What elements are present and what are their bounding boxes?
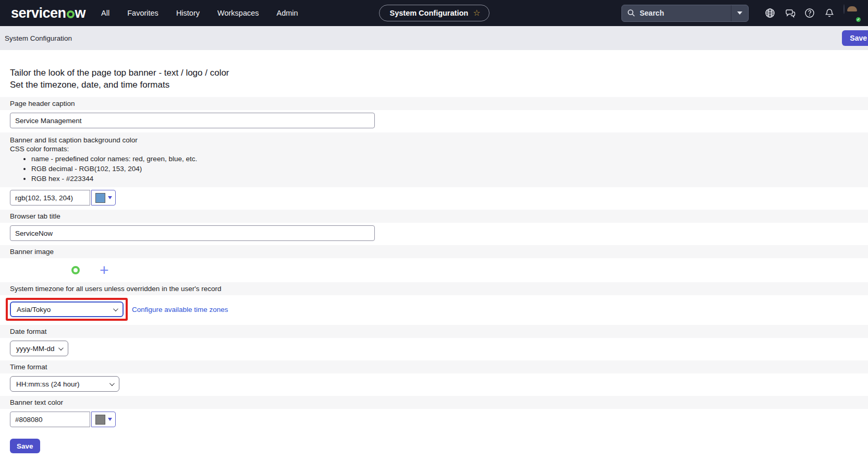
browser-tab-title-row (0, 223, 868, 245)
highlight-red-box: Asia/Tokyo (6, 298, 128, 321)
banner-image-thumbnail-icon[interactable] (71, 266, 80, 274)
banner-text-color-input[interactable] (10, 412, 90, 427)
context-pill[interactable]: System Configuration ☆ (379, 5, 490, 21)
format-item-rgb-decimal: RGB decimal - RGB(102, 153, 204) (31, 164, 868, 173)
page-header-caption-input[interactable] (10, 113, 375, 128)
chevron-down-icon (108, 196, 112, 199)
form-save-button[interactable]: Save (10, 439, 40, 453)
context-pill-label: System Configuration (390, 9, 469, 17)
search-icon (627, 9, 635, 17)
browser-tab-title-input[interactable] (10, 225, 375, 241)
intro-line-2: Set the timezone, date, and time formats (10, 79, 868, 91)
user-avatar[interactable]: ✓ (843, 5, 861, 22)
chevron-down-icon (109, 381, 115, 386)
chat-icon[interactable] (780, 3, 800, 23)
banner-bg-color-label: Banner and list caption background color (10, 136, 868, 144)
banner-image-row: + (0, 258, 868, 282)
nav-item-history[interactable]: History (176, 9, 200, 17)
banner-image-label: Banner image (0, 245, 868, 258)
color-swatch (95, 193, 105, 203)
nav-item-all[interactable]: All (101, 9, 109, 17)
time-format-select[interactable]: HH:mm:ss (24 hour) (10, 376, 119, 392)
avatar-photo (843, 4, 845, 14)
format-item-rgb-hex: RGB hex - #223344 (31, 174, 868, 183)
date-format-label: Date format (0, 325, 868, 338)
css-color-formats-title: CSS color formats: (10, 144, 868, 153)
help-icon[interactable] (800, 3, 820, 23)
notifications-bell-icon[interactable] (820, 3, 839, 23)
timezone-select-value: Asia/Tokyo (17, 306, 51, 313)
color-swatch (95, 415, 105, 425)
banner-bg-color-input[interactable] (10, 190, 90, 206)
format-item-name: name - predefined color names: red, gree… (31, 154, 868, 163)
date-format-row: yyyy-MM-dd (0, 338, 868, 360)
breadcrumb: System Configuration (5, 34, 72, 42)
nav-right-group: Search (621, 3, 861, 23)
servicenow-logo[interactable]: servicen w (11, 5, 85, 21)
time-format-label: Time format (0, 360, 868, 373)
date-format-select[interactable]: yyyy-MM-dd (10, 341, 68, 356)
banner-bg-color-picker[interactable] (91, 190, 116, 206)
date-format-value: yyyy-MM-dd (16, 345, 55, 353)
favorite-star-icon[interactable]: ☆ (473, 9, 480, 17)
top-nav: servicen w All Favorites History Workspa… (0, 0, 868, 26)
search-scope-dropdown[interactable] (731, 5, 748, 21)
configure-timezones-link[interactable]: Configure available time zones (132, 306, 228, 313)
intro-line-1: Tailor the look of the page top banner -… (10, 67, 868, 79)
main-content: Tailor the look of the page top banner -… (0, 50, 868, 453)
timezone-select[interactable]: Asia/Tokyo (10, 301, 124, 317)
globe-icon[interactable] (760, 3, 780, 23)
chevron-down-icon (737, 11, 742, 15)
banner-text-color-row (0, 409, 868, 431)
banner-text-color-picker[interactable] (91, 412, 116, 427)
global-search[interactable]: Search (621, 5, 749, 22)
timezone-label: System timezone for all users unless ove… (0, 282, 868, 295)
banner-bg-color-row (0, 187, 868, 210)
chevron-down-icon (58, 345, 64, 351)
presence-status-icon: ✓ (855, 16, 862, 23)
chevron-down-icon (108, 418, 112, 421)
nav-item-workspaces[interactable]: Workspaces (217, 9, 259, 17)
page-subheader: System Configuration Save (0, 26, 868, 50)
banner-bg-color-description: Banner and list caption background color… (0, 132, 868, 187)
css-color-formats-list: name - predefined color names: red, gree… (31, 154, 868, 183)
time-format-row: HH:mm:ss (24 hour) (0, 373, 868, 396)
nav-item-favorites[interactable]: Favorites (127, 9, 158, 17)
search-placeholder: Search (640, 9, 731, 17)
time-format-value: HH:mm:ss (24 hour) (16, 380, 80, 388)
header-save-button[interactable]: Save (842, 30, 868, 46)
page-intro: Tailor the look of the page top banner -… (0, 50, 868, 97)
logo-text-post: w (75, 5, 86, 21)
add-image-icon[interactable]: + (100, 262, 109, 278)
banner-text-color-label: Banner text color (0, 396, 868, 409)
timezone-row: Asia/Tokyo Configure available time zone… (0, 295, 868, 325)
page-header-caption-row (0, 110, 868, 132)
nav-item-admin[interactable]: Admin (277, 9, 298, 17)
primary-nav: All Favorites History Workspaces Admin (101, 9, 298, 17)
avatar-hair (847, 6, 857, 11)
servicenow-logo-o-icon (67, 10, 75, 18)
page-header-caption-label: Page header caption (0, 97, 868, 110)
logo-text-pre: servicen (11, 5, 66, 21)
browser-tab-title-label: Browser tab title (0, 210, 868, 223)
chevron-down-icon (113, 306, 118, 311)
